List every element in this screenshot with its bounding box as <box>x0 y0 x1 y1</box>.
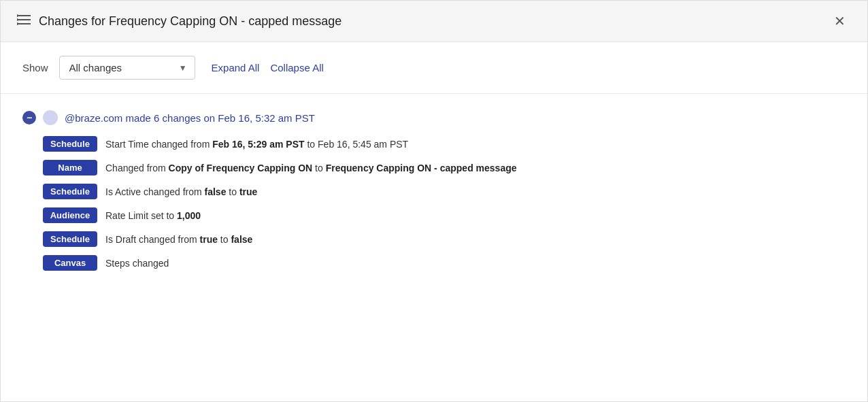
change-text-name: Changed from Copy of Frequency Capping O… <box>105 163 517 173</box>
svg-point-4 <box>17 18 18 21</box>
dialog-title: Changes for Frequency Capping ON - cappe… <box>39 14 829 29</box>
close-button[interactable]: ✕ <box>829 12 851 31</box>
change-text-schedule-1: Start Time changed from Feb 16, 5:29 am … <box>105 139 408 150</box>
changes-dropdown[interactable]: All changes Schedule changes Name change… <box>59 56 195 80</box>
changes-dropdown-wrapper: All changes Schedule changes Name change… <box>59 56 195 80</box>
svg-point-3 <box>17 14 18 17</box>
badge-audience: Audience <box>43 207 97 223</box>
collapse-all-button[interactable]: Collapse All <box>270 62 323 73</box>
change-items: Schedule Start Time changed from Feb 16,… <box>22 136 846 271</box>
change-item-schedule-2: Schedule Is Active changed from false to… <box>43 184 846 199</box>
change-item-name: Name Changed from Copy of Frequency Capp… <box>43 160 846 175</box>
user-avatar <box>43 110 58 125</box>
show-label: Show <box>22 62 48 73</box>
badge-schedule-1: Schedule <box>43 136 97 152</box>
change-item-canvas: Canvas Steps changed <box>43 255 846 271</box>
badge-schedule-2: Schedule <box>43 184 97 199</box>
expand-collapse-links: Expand All Collapse All <box>212 62 324 73</box>
expand-all-button[interactable]: Expand All <box>212 62 260 73</box>
group-title: @braze.com made 6 changes on Feb 16, 5:3… <box>65 112 315 124</box>
svg-point-5 <box>17 22 18 25</box>
change-text-schedule-2: Is Active changed from false to true <box>105 186 257 197</box>
badge-name: Name <box>43 160 97 175</box>
change-item-schedule-1: Schedule Start Time changed from Feb 16,… <box>43 136 846 152</box>
change-text-audience: Rate Limit set to 1,000 <box>105 210 201 221</box>
group-header: − @braze.com made 6 changes on Feb 16, 5… <box>22 110 846 125</box>
dialog: Changes for Frequency Capping ON - cappe… <box>0 0 868 402</box>
badge-canvas: Canvas <box>43 255 97 271</box>
change-item-audience: Audience Rate Limit set to 1,000 <box>43 207 846 223</box>
list-icon <box>17 14 31 29</box>
toolbar: Show All changes Schedule changes Name c… <box>1 42 867 94</box>
change-text-schedule-3: Is Draft changed from true to false <box>105 234 252 245</box>
change-text-canvas: Steps changed <box>105 258 169 269</box>
change-item-schedule-3: Schedule Is Draft changed from true to f… <box>43 231 846 247</box>
change-group: − @braze.com made 6 changes on Feb 16, 5… <box>22 110 846 271</box>
badge-schedule-3: Schedule <box>43 231 97 247</box>
dialog-header: Changes for Frequency Capping ON - cappe… <box>1 1 867 42</box>
content-area: − @braze.com made 6 changes on Feb 16, 5… <box>1 94 867 401</box>
collapse-icon[interactable]: − <box>22 111 36 124</box>
